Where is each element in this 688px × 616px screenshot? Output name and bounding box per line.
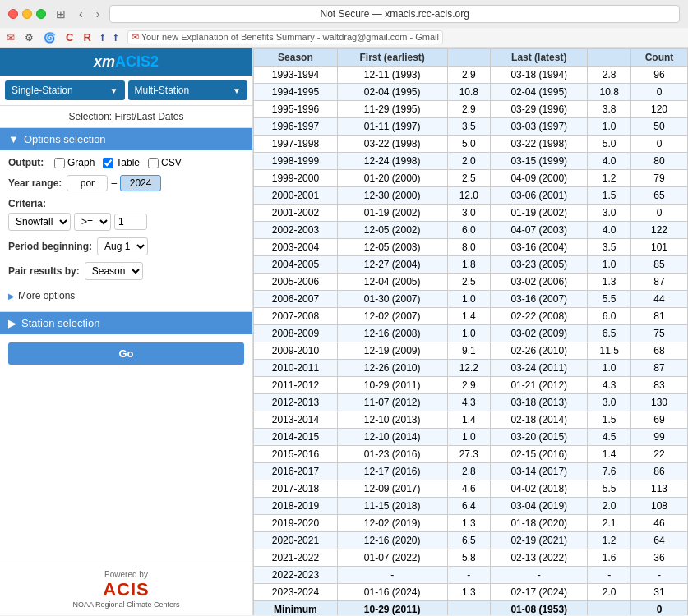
cell-13-4: 5.5 [588, 291, 631, 308]
table-footer: Minimum10-29 (2011)01-08 (1953)0Mean12-1… [254, 601, 688, 616]
criteria-op-select[interactable]: >= [74, 213, 111, 231]
cell-3-3: 03-03 (1997) [491, 118, 588, 136]
table-row: 2023-202401-16 (2024)1.302-17 (2024)2.03… [254, 584, 688, 601]
cell-20-1: 12-10 (2013) [337, 411, 447, 429]
cell-22-2: 27.3 [447, 446, 491, 463]
url-bar[interactable]: Not Secure — xmacis.rcc-acis.org [109, 5, 680, 23]
cell-24-1: 12-09 (2017) [337, 480, 447, 498]
table-row: 2016-201712-17 (2016)2.803-14 (2017)7.68… [254, 463, 688, 480]
station-section-label: Station selection [21, 317, 99, 329]
powered-by-label: Powered by [104, 570, 148, 579]
cell-21-5: 99 [630, 429, 687, 446]
cell-26-1: 12-02 (2019) [337, 515, 447, 532]
cell-7-1: 12-30 (2000) [337, 187, 447, 205]
table-row: 2009-201012-19 (2009)9.102-26 (2010)11.5… [254, 342, 688, 360]
cell-9-3: 04-07 (2003) [491, 222, 588, 239]
cell-5-3: 03-15 (1999) [491, 153, 588, 170]
cell-16-3: 02-26 (2010) [491, 342, 588, 360]
cell-17-5: 87 [630, 360, 687, 377]
csv-option[interactable]: CSV [148, 157, 182, 168]
year-to-input[interactable] [120, 175, 161, 191]
table-row: 2010-201112-26 (2010)12.203-24 (2011)1.0… [254, 360, 688, 377]
csv-checkbox[interactable] [148, 158, 159, 168]
cell-13-5: 44 [630, 291, 687, 308]
cell-19-4: 3.0 [588, 394, 631, 411]
cell-16-1: 12-19 (2009) [337, 342, 447, 360]
minimize-button[interactable] [22, 9, 32, 19]
period-select[interactable]: Aug 1 [97, 237, 148, 255]
cell-3-2: 3.5 [447, 118, 491, 136]
back-button[interactable]: ‹ [76, 7, 86, 21]
go-button[interactable]: Go [8, 342, 244, 365]
cell-9-4: 4.0 [588, 222, 631, 239]
cell-6-0: 1999-2000 [254, 170, 338, 187]
cell-7-3: 03-06 (2001) [491, 187, 588, 205]
table-row: 2003-200412-05 (2003)8.003-16 (2004)3.51… [254, 239, 688, 256]
cell-28-4: 1.6 [588, 549, 631, 567]
col-last-val [588, 49, 631, 67]
table-checkbox[interactable] [103, 158, 113, 168]
cell-18-2: 2.9 [447, 377, 491, 394]
summary-cell-0-0: Minimum [254, 601, 338, 616]
forward-button[interactable]: › [93, 7, 104, 21]
table-row: 1998-199912-24 (1998)2.003-15 (1999)4.08… [254, 153, 688, 170]
cell-11-4: 1.0 [588, 256, 631, 274]
cell-30-3: 02-17 (2024) [491, 584, 588, 601]
table-option[interactable]: Table [103, 157, 140, 168]
cell-20-0: 2013-2014 [254, 411, 338, 429]
cell-15-4: 6.5 [588, 325, 631, 342]
cell-5-1: 12-24 (1998) [337, 153, 447, 170]
cell-27-1: 12-16 (2020) [337, 532, 447, 549]
sidebar-toggle-button[interactable]: ⊞ [53, 7, 69, 21]
cell-18-1: 10-29 (2011) [337, 377, 447, 394]
maximize-button[interactable] [36, 9, 46, 19]
cell-0-0: 1993-1994 [254, 67, 338, 84]
options-arrow-icon: ▼ [8, 133, 19, 145]
pair-row: Pair results by: Season [8, 262, 244, 280]
year-dash: – [111, 177, 117, 189]
cell-14-1: 12-02 (2007) [337, 308, 447, 325]
cell-6-4: 1.2 [588, 170, 631, 187]
bookmark-label: Your new Explanation of Benefits Summary… [141, 32, 439, 42]
cell-20-2: 1.4 [447, 411, 491, 429]
results-table: Season First (earliest) Last (latest) Co… [253, 48, 688, 615]
selection-info: Selection: First/Last Dates [0, 106, 252, 128]
close-button[interactable] [8, 9, 18, 19]
graph-checkbox[interactable] [54, 158, 65, 168]
cell-30-2: 1.3 [447, 584, 491, 601]
logo-main: ACIS2 [115, 53, 159, 70]
cell-25-5: 108 [630, 498, 687, 515]
r-icon: R [83, 31, 90, 44]
cell-12-3: 03-02 (2006) [491, 274, 588, 291]
table-row: 2000-200112-30 (2000)12.003-06 (2001)1.5… [254, 187, 688, 205]
noaa-icon: 🌀 [44, 32, 56, 44]
cell-0-5: 96 [630, 67, 687, 84]
cell-1-2: 10.8 [447, 84, 491, 101]
single-station-button[interactable]: Single-Station ▼ [5, 80, 125, 100]
cell-14-4: 6.0 [588, 308, 631, 325]
cell-8-0: 2001-2002 [254, 205, 338, 222]
pair-select[interactable]: Season [85, 262, 143, 280]
cell-11-0: 2004-2005 [254, 256, 338, 274]
traffic-lights [8, 9, 46, 19]
station-section-header[interactable]: ▶ Station selection [0, 312, 252, 334]
more-options-toggle[interactable]: ▶ More options [8, 287, 244, 305]
acis-name: ACIS [103, 579, 150, 600]
graph-option[interactable]: Graph [54, 157, 95, 168]
cell-25-1: 11-15 (2018) [337, 498, 447, 515]
selection-info-text: Selection: First/Last Dates [68, 111, 183, 122]
cell-20-4: 1.5 [588, 411, 631, 429]
cell-21-2: 1.0 [447, 429, 491, 446]
bookmark-bar: ✉ ⚙ 🌀 C R f f ✉ Your new Explanation of … [0, 28, 688, 48]
cell-5-0: 1998-1999 [254, 153, 338, 170]
year-from-input[interactable] [67, 175, 108, 191]
cell-25-3: 03-04 (2019) [491, 498, 588, 515]
criteria-field-select[interactable]: Snowfall [8, 213, 71, 231]
cell-24-3: 04-02 (2018) [491, 480, 588, 498]
gmail-bookmark[interactable]: ✉ Your new Explanation of Benefits Summa… [127, 30, 443, 44]
options-section-header[interactable]: ▼ Options selection [0, 128, 252, 150]
multi-station-button[interactable]: Multi-Station ▼ [128, 80, 248, 100]
cell-10-2: 8.0 [447, 239, 491, 256]
graph-label: Graph [67, 157, 95, 168]
criteria-val-input[interactable] [114, 214, 147, 230]
